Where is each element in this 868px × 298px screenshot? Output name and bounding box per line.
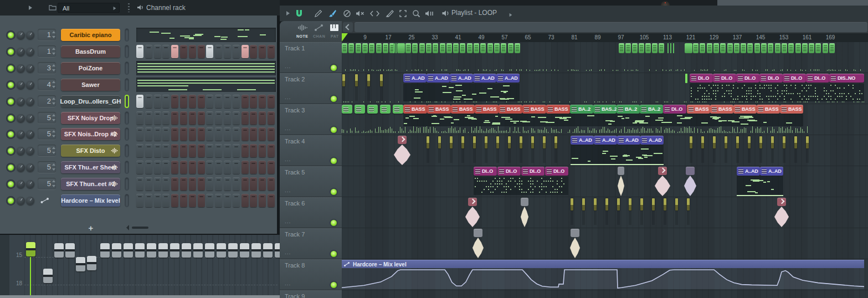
automation-curve-area[interactable]	[342, 268, 864, 289]
track-options[interactable]: ...	[285, 249, 291, 255]
step-button[interactable]	[145, 127, 152, 141]
pattern-clip-mini[interactable]	[474, 43, 479, 53]
track-options[interactable]: ...	[285, 218, 291, 224]
step-button[interactable]	[233, 144, 240, 157]
step-button[interactable]	[136, 111, 143, 125]
pattern-mini-indicator[interactable]	[125, 111, 129, 125]
pattern-clip-block[interactable]	[397, 43, 405, 53]
pattern-clip[interactable]: DI..O	[736, 74, 759, 83]
mixer-fader[interactable]	[182, 243, 191, 258]
mixer-fader[interactable]	[65, 243, 75, 258]
pattern-clip[interactable]: A..AD	[571, 136, 594, 145]
pattern-clip[interactable]: A..AD	[496, 74, 520, 83]
volume-knob[interactable]	[26, 114, 34, 122]
rack-scroll-left-icon[interactable]	[126, 225, 129, 230]
pattern-clip[interactable]	[367, 105, 378, 114]
track-options[interactable]: ...	[285, 280, 291, 286]
number-spinner-icon[interactable]	[52, 81, 55, 88]
channel-enable-led[interactable]	[8, 82, 14, 88]
step-button[interactable]	[215, 194, 222, 207]
step-button[interactable]	[180, 194, 187, 207]
step-button[interactable]	[233, 111, 240, 125]
pattern-clip-mini[interactable]	[639, 43, 644, 53]
channel-name-button[interactable]: SFX Thun..eet #2	[61, 178, 120, 190]
pattern-clip[interactable]: DI..O	[545, 167, 568, 176]
pattern-clip-mini[interactable]	[788, 43, 794, 53]
step-button[interactable]	[242, 127, 249, 141]
audio-clip-header[interactable]	[521, 198, 528, 206]
pat-label[interactable]: PAT	[331, 34, 338, 38]
step-button[interactable]	[259, 161, 266, 174]
number-spinner-icon[interactable]	[52, 163, 55, 171]
pattern-picker-icon[interactable]	[330, 24, 339, 32]
step-button[interactable]	[268, 45, 275, 58]
pattern-clip[interactable]: A..AD	[737, 167, 760, 176]
step-button[interactable]	[171, 177, 178, 191]
pattern-clip[interactable]: DI..O	[690, 74, 713, 83]
mixer-fader[interactable]	[251, 243, 261, 258]
automation-clip-header[interactable]: Hardcore – Mix level	[342, 260, 864, 268]
number-spinner-icon[interactable]	[52, 31, 55, 38]
step-button[interactable]	[206, 144, 213, 157]
pattern-clip-mini[interactable]	[480, 43, 486, 53]
pan-knob[interactable]	[17, 48, 25, 56]
step-button[interactable]	[224, 111, 231, 125]
number-spinner-icon[interactable]	[52, 114, 55, 121]
pattern-clip[interactable]: A..AD	[473, 74, 496, 83]
pattern-clip[interactable]: BA..2	[617, 105, 640, 114]
step-button[interactable]	[233, 127, 240, 141]
step-button[interactable]	[259, 127, 266, 141]
pattern-clip-mini[interactable]	[720, 43, 726, 53]
pattern-clip-mini[interactable]	[501, 43, 506, 53]
step-button[interactable]	[268, 111, 275, 125]
pan-knob[interactable]	[17, 163, 25, 172]
pattern-clip-mini[interactable]	[693, 43, 698, 53]
step-button[interactable]	[259, 144, 266, 157]
step-button[interactable]	[250, 161, 257, 174]
step-button[interactable]	[162, 194, 170, 207]
channel-target-number[interactable]: 1	[38, 29, 56, 40]
audio-slice-clip[interactable]	[485, 136, 487, 148]
step-button[interactable]	[233, 95, 240, 108]
channel-enable-led[interactable]	[8, 32, 14, 38]
number-spinner-icon[interactable]	[52, 180, 55, 187]
step-button[interactable]	[189, 144, 196, 157]
pattern-mini-indicator[interactable]	[125, 78, 129, 91]
step-button[interactable]	[250, 45, 257, 58]
audio-slice-clip[interactable]	[543, 136, 546, 148]
pattern-clip-mini[interactable]	[356, 43, 361, 53]
audio-slice-clip[interactable]	[748, 136, 751, 148]
pattern-clip-mini[interactable]	[515, 43, 520, 53]
step-button[interactable]	[162, 111, 170, 125]
pattern-clip-mini[interactable]	[741, 43, 746, 53]
audio-slice-clip[interactable]	[725, 136, 727, 148]
channel-name-button[interactable]: Loop_Dru..ollers_GH	[61, 95, 120, 107]
chan-label[interactable]: CHAN	[313, 34, 325, 38]
step-button[interactable]	[206, 161, 213, 174]
track-enable-led[interactable]	[331, 96, 337, 102]
audio-slice-clip[interactable]	[690, 136, 692, 148]
step-button[interactable]	[198, 177, 205, 191]
pattern-clip-mini[interactable]	[508, 43, 513, 53]
step-button[interactable]	[242, 161, 249, 174]
audio-slice-clip[interactable]	[496, 136, 499, 148]
step-button[interactable]	[189, 194, 196, 207]
pattern-clip[interactable]: BASS	[451, 105, 475, 114]
step-button[interactable]	[259, 45, 266, 58]
step-button[interactable]	[162, 127, 170, 141]
pattern-clip[interactable]: BAS..2	[593, 105, 617, 114]
step-button[interactable]	[154, 144, 161, 157]
volume-knob[interactable]	[26, 197, 34, 205]
pattern-clip-mini[interactable]	[460, 43, 465, 53]
pattern-mini-indicator[interactable]	[125, 177, 129, 191]
track-enable-led[interactable]	[331, 158, 337, 164]
audio-slice-clip[interactable]	[342, 74, 345, 86]
channel-enable-led[interactable]	[8, 198, 14, 204]
playlist-title-arrow-icon[interactable]	[506, 10, 516, 20]
pan-knob[interactable]	[17, 97, 25, 106]
playlist-hscrollbar[interactable]	[342, 21, 868, 33]
step-button[interactable]	[233, 45, 240, 58]
audio-slice-clip[interactable]	[450, 136, 453, 148]
audio-slice-clip[interactable]	[605, 198, 608, 210]
pattern-clip[interactable]: BASS	[427, 105, 451, 114]
